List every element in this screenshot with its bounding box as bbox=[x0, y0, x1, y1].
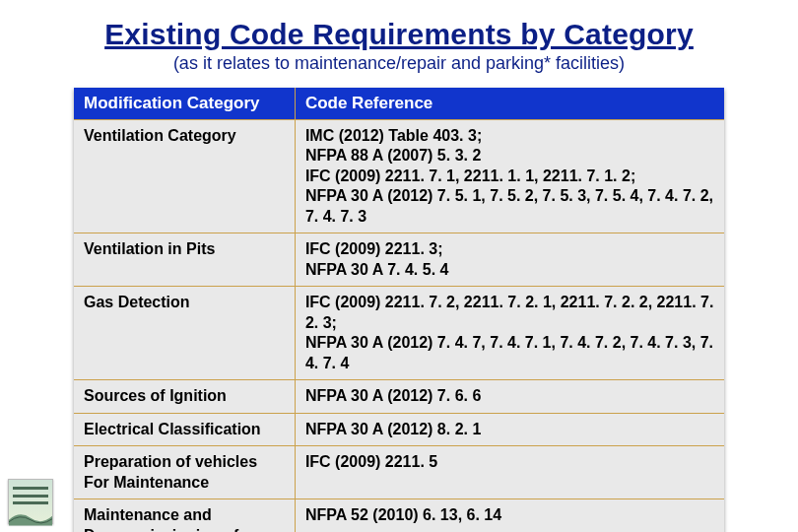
cell-category: Electrical Classification bbox=[74, 413, 295, 445]
table-row: Electrical Classification NFPA 30 A (201… bbox=[74, 413, 724, 445]
cell-category: Ventilation Category bbox=[74, 120, 295, 233]
table-header-reference: Code Reference bbox=[295, 88, 724, 120]
cell-reference: IMC (2012) Table 403. 3; NFPA 88 A (2007… bbox=[295, 120, 724, 233]
requirements-table: Modification Category Code Reference Ven… bbox=[74, 88, 724, 532]
cell-category: Sources of Ignition bbox=[74, 380, 295, 413]
slide: Existing Code Requirements by Category (… bbox=[0, 0, 798, 532]
table-header-category: Modification Category bbox=[74, 88, 295, 120]
table-row: Sources of Ignition NFPA 30 A (2012) 7. … bbox=[74, 380, 724, 413]
cell-category: Gas Detection bbox=[74, 287, 295, 380]
cell-reference: IFC (2009) 2211. 5 bbox=[295, 446, 724, 499]
table-row: Ventilation Category IMC (2012) Table 40… bbox=[74, 120, 724, 233]
cell-reference: IFC (2009) 2211. 3; NFPA 30 A 7. 4. 5. 4 bbox=[295, 233, 724, 287]
cell-reference: NFPA 30 A (2012) 8. 2. 1 bbox=[295, 413, 724, 445]
table-header-row: Modification Category Code Reference bbox=[74, 88, 724, 120]
cell-reference: NFPA 30 A (2012) 7. 6. 6 bbox=[295, 380, 724, 413]
cell-category: Ventilation in Pits bbox=[74, 233, 295, 287]
cell-reference: NFPA 52 (2010) 6. 13, 6. 14 bbox=[295, 499, 724, 532]
slide-subtitle: (as it relates to maintenance/repair and… bbox=[39, 53, 759, 74]
table-row: Gas Detection IFC (2009) 2211. 7. 2, 221… bbox=[74, 287, 724, 380]
cell-category: Preparation of vehicles For Maintenance bbox=[74, 446, 295, 499]
cell-category: Maintenance and Decommissioning of bbox=[74, 499, 295, 532]
table-row: Ventilation in Pits IFC (2009) 2211. 3; … bbox=[74, 233, 724, 287]
logo-icon bbox=[8, 479, 53, 524]
cell-reference: IFC (2009) 2211. 7. 2, 2211. 7. 2. 1, 22… bbox=[295, 287, 724, 380]
slide-title: Existing Code Requirements by Category bbox=[39, 18, 759, 51]
table-row: Maintenance and Decommissioning of NFPA … bbox=[74, 499, 724, 532]
table-row: Preparation of vehicles For Maintenance … bbox=[74, 446, 724, 499]
